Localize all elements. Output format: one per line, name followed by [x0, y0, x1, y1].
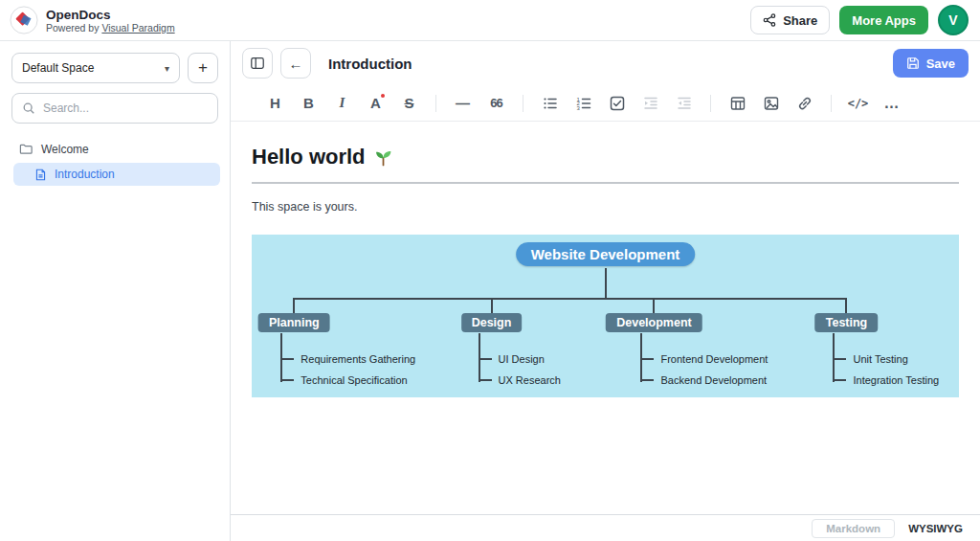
font-color-button[interactable]: A	[360, 89, 391, 118]
hr-glyph: —	[456, 95, 470, 111]
top-header: OpenDocs Powered by Visual Paradigm Shar…	[0, 0, 980, 41]
diagram-leaf-label: Integration Testing	[853, 374, 939, 386]
markdown-mode-tab[interactable]: Markdown	[812, 519, 895, 538]
search-box	[11, 93, 218, 124]
share-button[interactable]: Share	[750, 6, 830, 34]
diagram-connector	[653, 298, 655, 313]
content-area: ← Introduction Save H B I A S	[231, 41, 980, 541]
diagram-leaf[interactable]: Frontend Development	[640, 353, 768, 365]
diagram-connector	[293, 298, 295, 313]
diagram-connector	[491, 298, 493, 313]
horizontal-rule-button[interactable]: —	[447, 89, 479, 118]
document-heading-text: Hello world	[252, 145, 366, 169]
powered-by-prefix: Powered by	[46, 22, 101, 34]
blockquote-button[interactable]: 66	[480, 89, 512, 118]
link-button[interactable]	[789, 89, 820, 118]
diagram-connector	[479, 358, 492, 360]
toolbar-divider	[523, 95, 523, 112]
save-label: Save	[926, 56, 955, 71]
more-apps-button[interactable]: More Apps	[839, 6, 928, 34]
page-tree: Welcome Introduction	[0, 137, 230, 186]
visual-paradigm-link[interactable]: Visual Paradigm	[101, 22, 174, 34]
website-development-diagram[interactable]: Website Development Planning Requirement…	[252, 235, 959, 397]
outdent-button[interactable]	[668, 89, 700, 118]
user-avatar[interactable]: V	[938, 5, 969, 35]
space-row: Default Space ▾ +	[0, 41, 230, 83]
tree-item-welcome[interactable]: Welcome	[0, 137, 230, 161]
diagram-leaf-label: Frontend Development	[660, 353, 768, 365]
editor-canvas[interactable]: Hello world This space is yours. Website…	[231, 122, 980, 514]
code-glyph: </>	[848, 97, 869, 110]
tree-item-introduction[interactable]: Introduction	[13, 163, 220, 186]
toolbar-divider	[710, 95, 711, 112]
diagram-branch-node[interactable]: Testing	[815, 313, 879, 332]
toggle-sidebar-button[interactable]	[242, 48, 273, 79]
back-button[interactable]: ←	[280, 48, 311, 79]
diagram-leaf-label: UI Design	[499, 353, 545, 365]
add-page-button[interactable]: +	[188, 53, 218, 83]
search-input[interactable]	[43, 101, 208, 115]
diagram-branch-node[interactable]: Design	[461, 313, 523, 332]
diagram-leaf-label: Requirements Gathering	[301, 353, 415, 365]
table-button[interactable]	[722, 89, 753, 118]
space-selector-value: Default Space	[22, 61, 94, 75]
heading-button[interactable]: H	[259, 89, 291, 118]
bullet-list-button[interactable]	[534, 89, 566, 118]
image-button[interactable]	[755, 89, 787, 118]
toolbar-divider	[435, 95, 436, 112]
share-icon	[763, 13, 776, 27]
document-toolbar: ← Introduction Save	[231, 41, 980, 85]
bold-glyph: B	[303, 95, 314, 111]
diagram-connector	[640, 358, 654, 360]
strikethrough-button[interactable]: S	[393, 89, 425, 118]
diagram-connector	[280, 379, 294, 381]
search-row	[0, 83, 230, 124]
diagram-leaf-label: Technical Specification	[301, 374, 407, 386]
italic-button[interactable]: I	[326, 89, 358, 118]
more-options-button[interactable]: …	[876, 89, 907, 118]
diagram-leaf[interactable]: UX Research	[479, 374, 561, 386]
diagram-branch-node[interactable]: Planning	[258, 313, 330, 332]
code-button[interactable]: </>	[842, 89, 874, 118]
diagram-leaf-label: Backend Development	[660, 374, 767, 386]
italic-glyph: I	[340, 95, 345, 111]
color-dot	[381, 94, 385, 98]
checklist-button[interactable]	[601, 89, 633, 118]
app-title: OpenDocs	[46, 8, 175, 22]
document-heading: Hello world	[252, 145, 959, 169]
bold-button[interactable]: B	[293, 89, 324, 118]
numbered-list-button[interactable]: 123	[568, 89, 599, 118]
app-window: OpenDocs Powered by Visual Paradigm Shar…	[0, 0, 980, 541]
diagram-leaf[interactable]: Technical Specification	[280, 374, 407, 386]
diagram-leaf-label: UX Research	[499, 374, 561, 386]
diagram-leaf[interactable]: Unit Testing	[833, 353, 907, 365]
indent-button[interactable]	[635, 89, 666, 118]
space-selector[interactable]: Default Space ▾	[11, 53, 180, 83]
diagram-connector	[833, 358, 846, 360]
main-area: Default Space ▾ +	[0, 41, 980, 541]
header-actions: Share More Apps V	[750, 5, 969, 35]
save-button[interactable]: Save	[893, 49, 969, 78]
toolbar-divider	[831, 95, 832, 112]
diagram-leaf[interactable]: Requirements Gathering	[280, 353, 415, 365]
folder-icon	[19, 142, 33, 156]
diagram-leaf[interactable]: Backend Development	[640, 374, 767, 386]
wysiwyg-mode-tab[interactable]: WYSIWYG	[904, 520, 967, 537]
document-icon	[34, 169, 47, 181]
diagram-branch-node[interactable]: Development	[606, 313, 702, 332]
ellipsis-icon: …	[884, 95, 900, 112]
chevron-down-icon: ▾	[165, 63, 169, 74]
heading-divider	[252, 182, 959, 184]
diagram-leaf[interactable]: Integration Testing	[833, 374, 939, 386]
diagram-connector	[294, 298, 847, 300]
diagram-leaf-label: Unit Testing	[853, 353, 907, 365]
diagram-connector	[280, 358, 294, 360]
sidebar: Default Space ▾ +	[0, 41, 231, 541]
heading-glyph: H	[270, 95, 280, 111]
strike-glyph: S	[404, 95, 413, 111]
svg-text:3: 3	[576, 104, 580, 110]
diagram-leaf[interactable]: UI Design	[479, 353, 545, 365]
editor-mode-footer: Markdown WYSIWYG	[231, 514, 980, 541]
diagram-root-node[interactable]: Website Development	[516, 242, 696, 266]
brand-text: OpenDocs Powered by Visual Paradigm	[46, 8, 175, 34]
